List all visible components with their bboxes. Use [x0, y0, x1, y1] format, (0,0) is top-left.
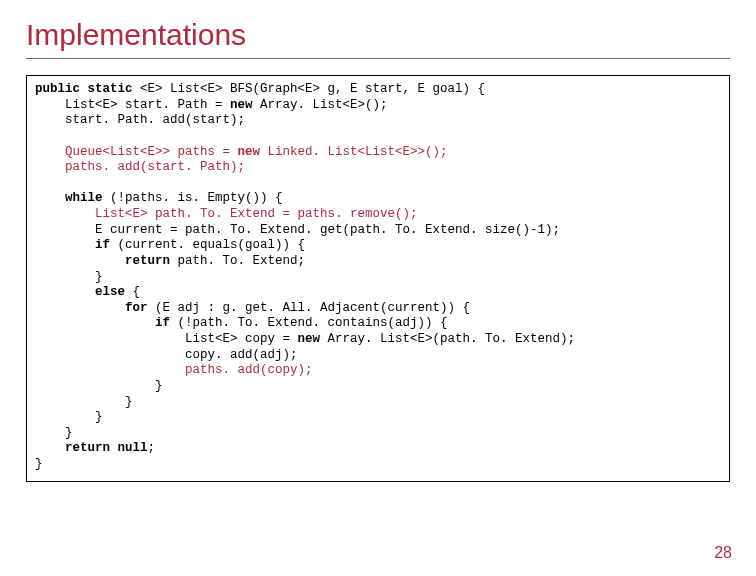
code-highlight: List<E> path. To. Extend = paths. remove…: [35, 207, 418, 221]
code-text: [35, 316, 155, 330]
code-keyword: for: [125, 301, 148, 315]
code-highlight: paths. add(start. Path);: [35, 160, 245, 174]
code-text: }: [35, 395, 133, 409]
code-text: }: [35, 379, 163, 393]
code-text: [35, 238, 95, 252]
code-text: Array. List<E>(path. To. Extend);: [320, 332, 575, 346]
code-keyword: while: [65, 191, 103, 205]
code-text: List<E> start. Path =: [35, 98, 230, 112]
code-text: [35, 285, 95, 299]
code-highlight: Queue<List<E>> paths =: [35, 145, 238, 159]
code-keyword: public static: [35, 82, 133, 96]
code-text: path. To. Extend;: [170, 254, 305, 268]
code-keyword: return null: [65, 441, 148, 455]
code-keyword: if: [155, 316, 170, 330]
code-text: }: [35, 426, 73, 440]
code-text: ;: [148, 441, 156, 455]
code-text: }: [35, 457, 43, 471]
slide-title: Implementations: [26, 18, 730, 59]
code-text: [35, 301, 125, 315]
code-block: public static <E> List<E> BFS(Graph<E> g…: [26, 75, 730, 482]
code-text: start. Path. add(start);: [35, 113, 245, 127]
code-text: [35, 254, 125, 268]
code-highlight: Linked. List<List<E>>();: [260, 145, 448, 159]
code-keyword: new: [238, 145, 261, 159]
code-text: <E> List<E> BFS(Graph<E> g, E start, E g…: [133, 82, 486, 96]
code-text: }: [35, 410, 103, 424]
page-number: 28: [714, 544, 732, 562]
code-highlight: paths. add(copy);: [35, 363, 313, 377]
code-text: Array. List<E>();: [253, 98, 388, 112]
code-text: (E adj : g. get. All. Adjacent(current))…: [148, 301, 471, 315]
code-keyword: else: [95, 285, 125, 299]
code-text: E current = path. To. Extend. get(path. …: [35, 223, 560, 237]
code-text: {: [125, 285, 140, 299]
code-text: [35, 441, 65, 455]
code-keyword: new: [298, 332, 321, 346]
slide: Implementations public static <E> List<E…: [0, 0, 756, 576]
code-text: (!paths. is. Empty()) {: [103, 191, 283, 205]
code-text: copy. add(adj);: [35, 348, 298, 362]
code-keyword: new: [230, 98, 253, 112]
code-text: }: [35, 270, 103, 284]
code-text: (!path. To. Extend. contains(adj)) {: [170, 316, 448, 330]
code-text: (current. equals(goal)) {: [110, 238, 305, 252]
code-text: List<E> copy =: [35, 332, 298, 346]
code-text: [35, 191, 65, 205]
code-keyword: return: [125, 254, 170, 268]
code-keyword: if: [95, 238, 110, 252]
